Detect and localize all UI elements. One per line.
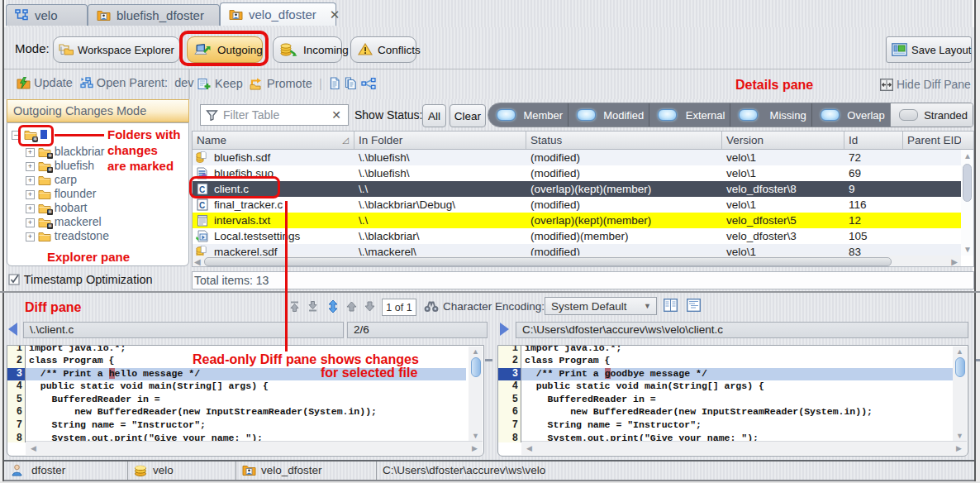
svg-text:C: C xyxy=(199,201,205,210)
